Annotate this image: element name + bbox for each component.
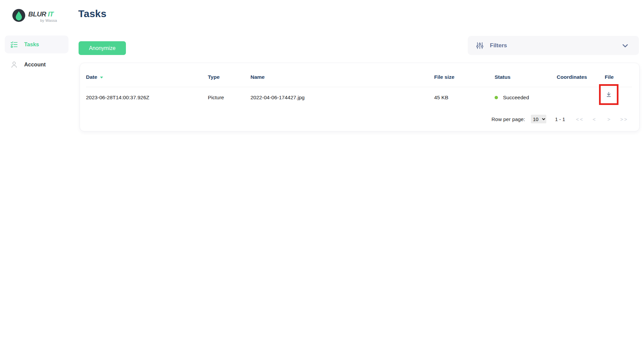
cell-status: Succeeded [495, 95, 557, 101]
pagination: Row per page: 10 1 - 1 << < > >> [492, 114, 630, 124]
filters-toggle[interactable]: Filters [468, 36, 639, 55]
prev-page-button[interactable]: < [589, 116, 601, 122]
last-page-button[interactable]: >> [618, 116, 630, 122]
sidebar-item-tasks[interactable]: Tasks [5, 36, 68, 53]
sidebar: Tasks Account [5, 36, 68, 73]
sidebar-item-label: Tasks [24, 42, 39, 48]
tasks-table-card: Date Type Name File size Status Coordina… [80, 63, 640, 131]
column-header-file: File [605, 74, 639, 80]
table-header-row: Date Type Name File size Status Coordina… [80, 63, 639, 87]
column-header-date[interactable]: Date [86, 74, 208, 80]
rows-per-page-select[interactable]: 10 [531, 115, 546, 123]
cell-file-size: 45 KB [434, 95, 495, 101]
table-header-divider [86, 87, 632, 87]
cell-name: 2022-04-06-174427.jpg [250, 95, 434, 101]
first-page-button[interactable]: << [574, 116, 586, 122]
status-label: Succeeded [503, 95, 529, 101]
column-header-type: Type [208, 74, 250, 80]
sidebar-item-label: Account [24, 62, 46, 68]
blurit-drop-icon [12, 9, 26, 22]
pagination-range: 1 - 1 [555, 116, 565, 122]
next-page-button[interactable]: > [603, 116, 615, 122]
column-header-name: Name [250, 74, 434, 80]
brand-name-secondary: IT [48, 10, 54, 18]
status-success-dot [495, 96, 498, 99]
column-header-coordinates: Coordinates [557, 74, 605, 80]
column-header-status: Status [495, 74, 557, 80]
anonymize-button[interactable]: Anonymize [79, 41, 126, 55]
cell-date: 2023-06-28T14:00:37.926Z [86, 95, 208, 101]
brand-name: BLURIT [28, 11, 57, 17]
column-header-file-size: File size [434, 74, 495, 80]
caret-down-icon [100, 76, 103, 79]
sidebar-item-account[interactable]: Account [5, 56, 68, 73]
user-icon [10, 61, 18, 69]
cell-type: Picture [208, 95, 250, 101]
brand-name-primary: BLUR [28, 10, 46, 18]
sliders-icon [476, 42, 484, 50]
download-file-button[interactable] [604, 90, 613, 99]
page-title: Tasks [78, 8, 106, 19]
rows-per-page-label: Row per page: [492, 116, 525, 122]
download-icon [605, 91, 612, 98]
action-highlight-box [599, 84, 618, 105]
chevron-down-icon [621, 41, 630, 50]
brand-byline: by Wassa [28, 18, 57, 22]
table-row: 2023-06-28T14:00:37.926Z Picture 2022-04… [80, 87, 639, 108]
checklist-icon [10, 41, 18, 49]
filters-label: Filters [490, 42, 507, 49]
brand-logo[interactable]: BLURIT by Wassa [12, 9, 57, 22]
